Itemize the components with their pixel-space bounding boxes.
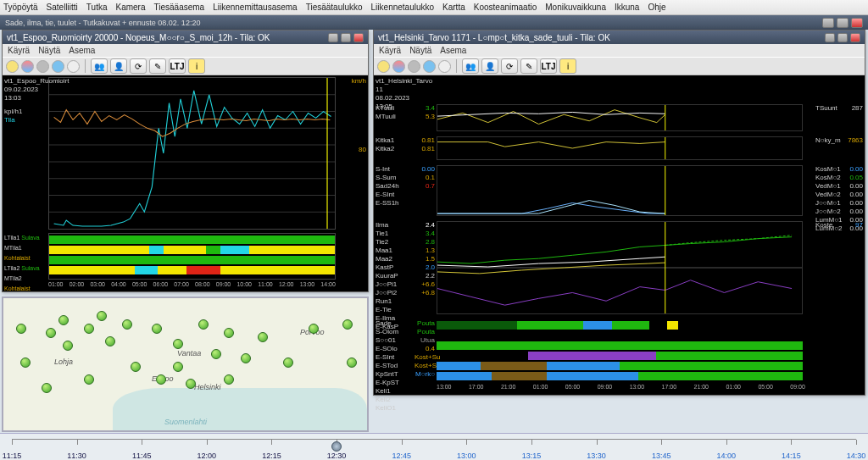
menu-item[interactable]: Ikkuna	[615, 3, 639, 12]
menu-item[interactable]: Kartta	[442, 3, 465, 12]
row3-values: 0.000.10.7	[415, 165, 435, 191]
precip-icon[interactable]	[52, 60, 64, 73]
map-station-pin[interactable]	[186, 379, 196, 389]
road-icon[interactable]	[67, 60, 80, 73]
sun-icon[interactable]	[377, 60, 390, 73]
map-station-pin[interactable]	[224, 328, 234, 338]
map-station-pin[interactable]	[173, 362, 183, 372]
map-station-pin[interactable]	[241, 353, 251, 363]
row5-values: PoutaPoutaUtua0.4Kost+SuKost+SuM○rk○	[415, 319, 435, 379]
timeline-cursor[interactable]	[331, 441, 342, 452]
maximize-button[interactable]	[837, 18, 849, 28]
map-station-pin[interactable]	[16, 324, 26, 334]
edit-icon[interactable]: ✎	[520, 58, 537, 74]
submenu-item[interactable]: Näytä	[38, 46, 60, 55]
ltj-button[interactable]: LTJ	[169, 58, 186, 74]
precip-icon[interactable]	[423, 60, 436, 73]
panel-minimize-button[interactable]	[825, 33, 835, 42]
right-axis-label: km/h 80	[337, 77, 366, 153]
submenu-item[interactable]: Asema	[69, 46, 95, 55]
map-station-pin[interactable]	[63, 341, 73, 351]
map-station-pin[interactable]	[131, 362, 141, 372]
persons-icon[interactable]: 👥	[462, 58, 479, 74]
thermometer-icon[interactable]	[392, 60, 405, 73]
map-station-pin[interactable]	[258, 332, 268, 342]
map-station-pin[interactable]	[283, 357, 293, 368]
refresh-icon[interactable]: ⟳	[501, 58, 518, 74]
strip-temps[interactable]	[437, 221, 803, 314]
panel-maximize-button[interactable]	[837, 33, 848, 42]
refresh-icon[interactable]: ⟳	[130, 58, 147, 74]
map-station-pin[interactable]	[84, 324, 94, 334]
timeline-tick-label: 11:45	[132, 452, 152, 460]
map-station-pin[interactable]	[173, 339, 183, 349]
road-icon[interactable]	[438, 60, 451, 73]
menu-item[interactable]: Kamera	[115, 3, 145, 12]
menu-item[interactable]: Koosteanimaatio	[474, 3, 537, 12]
submenu-item[interactable]: Asema	[440, 46, 466, 55]
map-station-pin[interactable]	[97, 311, 107, 321]
cloud-icon[interactable]	[408, 60, 420, 73]
x-axis: 01:0002:0003:0004:0005:0006:0007:0008:00…	[48, 281, 336, 291]
main-menubar: Työpöytä Satelliitti Tutka Kamera Tiesää…	[0, 0, 868, 15]
strip-friction[interactable]	[437, 136, 803, 160]
map-station-pin[interactable]	[42, 383, 52, 393]
row2-right: N○ky_m 7863	[815, 136, 863, 145]
map-station-pin[interactable]	[309, 324, 319, 334]
panel-toolbar: 👥 👤 ⟳ ✎ LTJ i	[3, 57, 368, 75]
info-icon[interactable]: i	[559, 58, 576, 74]
map-station-pin[interactable]	[198, 319, 209, 330]
map-station-pin[interactable]	[347, 357, 357, 368]
map-station-pin[interactable]	[224, 374, 234, 385]
close-button[interactable]	[851, 18, 863, 28]
person-icon[interactable]: 👤	[481, 58, 498, 74]
map-station-pin[interactable]	[211, 349, 221, 359]
map-station-pin[interactable]	[156, 374, 166, 385]
panel-close-button[interactable]	[850, 33, 860, 42]
menu-item[interactable]: Monikuvaikkuna	[545, 3, 606, 12]
map-station-pin[interactable]	[152, 324, 162, 334]
menu-item[interactable]: Liikennetaulukko	[371, 3, 435, 12]
submenu-item[interactable]: Käyrä	[379, 46, 401, 55]
menu-item[interactable]: Tiesäätaulukko	[306, 3, 363, 12]
panel-submenu: Käyrä Näytä Asema	[3, 44, 368, 57]
edit-icon[interactable]: ✎	[149, 58, 166, 74]
menu-item[interactable]: Työpöytä	[3, 3, 38, 12]
map-station-pin[interactable]	[105, 336, 115, 346]
person-icon[interactable]: 👤	[110, 58, 127, 74]
submenu-item[interactable]: Käyrä	[8, 46, 30, 55]
info-icon[interactable]: i	[188, 58, 205, 74]
timeline-tick-label: 14:15	[782, 452, 801, 460]
panel-close-button[interactable]	[353, 33, 364, 42]
menu-item[interactable]: Ohje	[648, 3, 665, 12]
map-station-pin[interactable]	[58, 315, 69, 325]
strip-precip[interactable]	[437, 165, 803, 216]
time-slider[interactable]: 11:1511:3011:4512:0012:1512:3012:4513:00…	[0, 433, 868, 460]
sun-icon[interactable]	[6, 60, 19, 73]
map-station-pin[interactable]	[20, 357, 31, 368]
ltj-button[interactable]: LTJ	[540, 58, 557, 74]
panel-maximize-button[interactable]	[341, 33, 351, 42]
bar-row-labels: LTila1 Sulava MTila1 Kohtalaist LTila2 S…	[4, 233, 47, 294]
map-station-pin[interactable]	[122, 319, 132, 330]
thermometer-icon[interactable]	[21, 60, 34, 73]
panel-minimize-button[interactable]	[328, 33, 338, 42]
panel-titlebar[interactable]: vt1_Espoo_Ruomioirty 20000 - Nopeus_M○○r…	[3, 30, 368, 44]
line-plot[interactable]	[48, 77, 336, 230]
menu-item[interactable]: Tutka	[86, 3, 108, 12]
cloud-icon[interactable]	[36, 60, 49, 73]
menu-item[interactable]: Tiesääasema	[154, 3, 205, 12]
map-station-pin[interactable]	[342, 319, 353, 330]
minimize-button[interactable]	[822, 18, 834, 28]
timeline-tick-label: 12:00	[198, 452, 217, 460]
submenu-item[interactable]: Näytä	[409, 46, 431, 55]
map-station-pin[interactable]	[84, 374, 94, 385]
menu-item[interactable]: Liikennemittausasema	[213, 3, 298, 12]
persons-icon[interactable]: 👥	[91, 58, 108, 74]
map-station-pin[interactable]	[46, 328, 56, 338]
map-panel[interactable]: Lohja Espoo Helsinki Vantaa Porvoo Suome…	[2, 297, 369, 432]
strip-state[interactable]	[437, 319, 803, 384]
strip-wind[interactable]	[437, 104, 803, 131]
menu-item[interactable]: Satelliitti	[47, 3, 78, 12]
panel-titlebar[interactable]: vt1_Helsinki_Tarvo 1171 - L○mp○t_kitka_s…	[374, 30, 865, 44]
